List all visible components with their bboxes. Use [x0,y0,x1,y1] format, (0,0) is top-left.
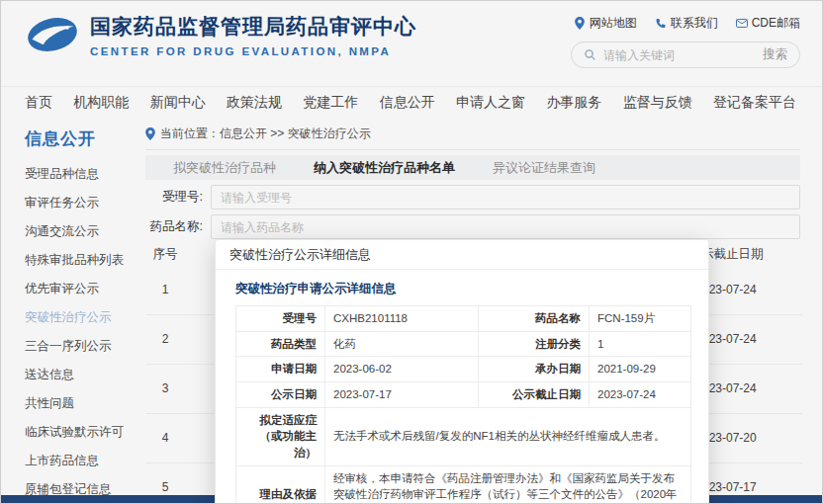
detail-value-drug-type: 化药 [325,331,479,357]
detail-value-apply-date: 2023-06-02 [325,357,479,382]
detail-row-indication: 拟定适应症（或功能主治） 无法手术或术后残留/复发的NF1相关的丛状神经纤维瘤成… [236,407,691,465]
modal-header: 突破性治疗公示详细信息 [216,240,708,270]
detail-row: 受理号 CXHB2101118 药品名称 FCN-159片 [236,306,691,332]
detail-table: 受理号 CXHB2101118 药品名称 FCN-159片 药品类型 化药 注册… [235,305,691,504]
detail-label-undertake-date: 承办日期 [479,357,590,382]
detail-value-publicity-end-date: 2023-07-24 [590,382,691,408]
page: 国家药品监督管理局药品审评中心 CENTER FOR DRUG EVALUATI… [1,1,822,497]
modal-body: 突破性治疗申请公示详细信息 受理号 CXHB2101118 药品名称 FCN-1… [216,270,708,504]
breakthrough-detail-modal: 突破性治疗公示详细信息 突破性治疗申请公示详细信息 受理号 CXHB210111… [215,239,709,504]
detail-row: 药品类型 化药 注册分类 1 [236,331,691,357]
detail-row: 公示日期 2023-07-17 公示截止日期 2023-07-24 [236,382,691,408]
modal-title: 突破性治疗公示详细信息 [229,247,371,262]
detail-value-reason: 经审核，本申请符合《药品注册管理办法》和《国家药监局关于发布突破性治疗药物审评工… [325,465,691,504]
detail-row-reason: 理由及依据 经审核，本申请符合《药品注册管理办法》和《国家药监局关于发布突破性治… [236,465,691,504]
detail-label-registration-class: 注册分类 [479,331,590,357]
detail-value-publicity-date: 2023-07-17 [325,382,479,408]
detail-label-reason: 理由及依据 [236,465,325,504]
detail-row: 申请日期 2023-06-02 承办日期 2021-09-29 [236,357,691,382]
modal-section-title: 突破性治疗申请公示详细信息 [235,281,688,297]
detail-label-publicity-end-date: 公示截止日期 [479,382,590,408]
detail-value-drug-name: FCN-159片 [590,306,691,332]
detail-label-indication: 拟定适应症（或功能主治） [236,407,325,465]
detail-label-apply-date: 申请日期 [236,357,325,382]
detail-value-registration-class: 1 [590,331,691,357]
detail-label-publicity-date: 公示日期 [236,382,325,408]
detail-value-undertake-date: 2021-09-29 [590,357,691,382]
detail-label-receipt-number: 受理号 [236,306,325,332]
detail-value-indication: 无法手术或术后残留/复发的NF1相关的丛状神经纤维瘤成人患者。 [325,407,691,465]
detail-label-drug-name: 药品名称 [479,306,590,332]
detail-value-receipt-number: CXHB2101118 [325,306,479,332]
detail-label-drug-type: 药品类型 [236,331,325,357]
